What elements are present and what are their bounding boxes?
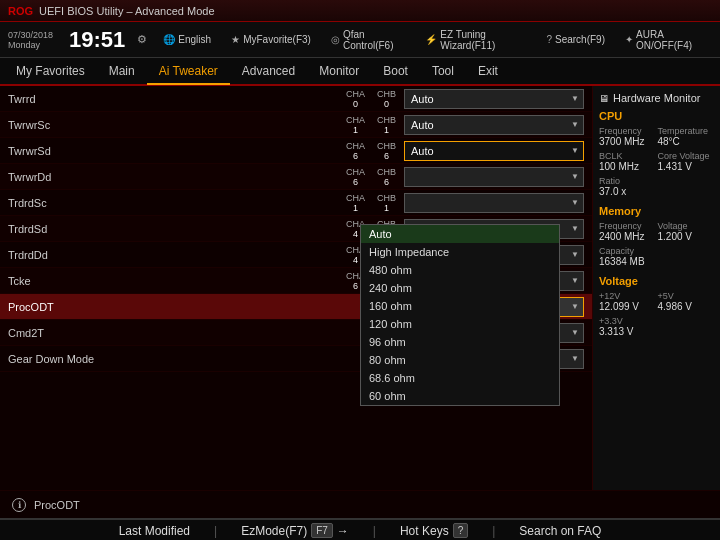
language-button[interactable]: 🌐 English	[159, 32, 215, 47]
setting-name-tcke: Tcke	[8, 275, 346, 287]
my-favorites-button[interactable]: ★ MyFavorite(F3)	[227, 32, 315, 47]
dropdown-trdrdsc[interactable]	[404, 193, 584, 213]
setting-name-twrwrsc: TwrwrSc	[8, 119, 346, 131]
cha-twrrd: CHA 0	[346, 89, 365, 109]
setting-row-twrwrdd: TwrwrDd CHA 6 CHB 6	[0, 164, 592, 190]
cpu-temperature: Temperature 48°C	[658, 126, 715, 147]
footer-hot-keys[interactable]: Hot Keys ?	[400, 523, 468, 538]
date: 07/30/2018	[8, 30, 53, 40]
cpu-ratio: Ratio 37.0 x	[599, 176, 714, 197]
setting-row-twrwrsc: TwrwrSc CHA 1 CHB 1 Auto	[0, 112, 592, 138]
wizard-icon: ⚡	[425, 34, 437, 45]
arrow-icon: →	[337, 524, 349, 538]
tab-my-favorites[interactable]: My Favorites	[4, 59, 97, 85]
cha-chb-twrrd: CHA 0 CHB 0	[346, 89, 396, 109]
memory-section: Memory Frequency 2400 MHz Voltage 1.200 …	[599, 205, 714, 267]
memory-voltage: Voltage 1.200 V	[658, 221, 715, 242]
cpu-frequency: Frequency 3700 MHz	[599, 126, 656, 147]
cpu-section: CPU Frequency 3700 MHz Temperature 48°C …	[599, 110, 714, 197]
dropdown-option-120ohm[interactable]: 120 ohm	[361, 315, 559, 333]
dropdown-option-68ohm[interactable]: 68.6 ohm	[361, 369, 559, 387]
cpu-bclk-voltage: BCLK 100 MHz Core Voltage 1.431 V	[599, 151, 714, 172]
memory-frequency: Frequency 2400 MHz	[599, 221, 656, 242]
ez-mode-key: F7	[311, 523, 333, 538]
info-icon: ℹ	[12, 498, 26, 512]
chb-twrrd: CHB 0	[377, 89, 396, 109]
dropdown-twrwrdd[interactable]	[404, 167, 584, 187]
dropdown-option-high-impedance[interactable]: High Impedance	[361, 243, 559, 261]
footer-last-modified: Last Modified	[119, 524, 190, 538]
tab-exit[interactable]: Exit	[466, 59, 510, 85]
dropdown-twrwrsd[interactable]: Auto	[404, 141, 584, 161]
tab-tool[interactable]: Tool	[420, 59, 466, 85]
setting-name-cmd2t: Cmd2T	[8, 327, 394, 339]
search-icon: ?	[546, 34, 552, 45]
voltage-section: Voltage +12V 12.099 V +5V 4.986 V +3.3V …	[599, 275, 714, 337]
voltage-33v: +3.3V 3.313 V	[599, 316, 714, 337]
dropdown-option-240ohm[interactable]: 240 ohm	[361, 279, 559, 297]
hw-monitor-panel: 🖥 Hardware Monitor CPU Frequency 3700 MH…	[592, 86, 720, 490]
cpu-section-title: CPU	[599, 110, 714, 122]
voltage-12v: +12V 12.099 V	[599, 291, 656, 312]
setting-row-twrrd: Twrrd CHA 0 CHB 0 Auto	[0, 86, 592, 112]
dropdown-option-auto[interactable]: Auto	[361, 225, 559, 243]
dropdown-option-160ohm[interactable]: 160 ohm	[361, 297, 559, 315]
dropdown-option-96ohm[interactable]: 96 ohm	[361, 333, 559, 351]
memory-capacity: Capacity 16384 MB	[599, 246, 714, 267]
tab-main[interactable]: Main	[97, 59, 147, 85]
footer-wrapper: Last Modified | EzMode(F7) F7 → | Hot Ke…	[0, 518, 720, 540]
cpu-core-voltage: Core Voltage 1.431 V	[658, 151, 715, 172]
nav-bar: My Favorites Main Ai Tweaker Advanced Mo…	[0, 58, 720, 86]
tab-monitor[interactable]: Monitor	[307, 59, 371, 85]
rog-logo: ROG	[8, 5, 33, 17]
dropdown-twrwrsc[interactable]: Auto	[404, 115, 584, 135]
tab-advanced[interactable]: Advanced	[230, 59, 307, 85]
aura-label: AURA ON/OFF(F4)	[636, 29, 708, 51]
memory-section-title: Memory	[599, 205, 714, 217]
setting-name-trdrdsd: TrdrdSd	[8, 223, 346, 235]
setting-name-twrrd: Twrrd	[8, 93, 346, 105]
monitor-icon: 🖥	[599, 93, 609, 104]
desc-bar: ℹ ProcODT	[0, 490, 720, 518]
gear-icon[interactable]: ⚙	[137, 33, 147, 46]
title-bar: ROG UEFI BIOS Utility – Advanced Mode	[0, 0, 720, 22]
setting-name-procodt: ProcODT	[8, 301, 394, 313]
setting-name-gear-down: Gear Down Mode	[8, 353, 394, 365]
search-label: Search(F9)	[555, 34, 605, 45]
tab-ai-tweaker[interactable]: Ai Tweaker	[147, 59, 230, 85]
qfan-button[interactable]: ◎ Qfan Control(F6)	[327, 27, 409, 53]
search-button[interactable]: ? Search(F9)	[542, 32, 609, 47]
dropdown-option-60ohm[interactable]: 60 ohm	[361, 387, 559, 405]
hot-keys-key: ?	[453, 523, 469, 538]
tab-boot[interactable]: Boot	[371, 59, 420, 85]
time-display: 19:51	[69, 29, 125, 51]
datetime: 07/30/2018 Monday	[8, 30, 53, 50]
setting-name-twrwrsd: TwrwrSd	[8, 145, 346, 157]
dropdown-option-480ohm[interactable]: 480 ohm	[361, 261, 559, 279]
setting-name-trdrddd: TrdrdDd	[8, 249, 346, 261]
info-bar: 07/30/2018 Monday 19:51 ⚙ 🌐 English ★ My…	[0, 22, 720, 58]
aura-icon: ✦	[625, 34, 633, 45]
cpu-bclk: BCLK 100 MHz	[599, 151, 656, 172]
ez-tuning-button[interactable]: ⚡ EZ Tuning Wizard(F11)	[421, 27, 530, 53]
memory-freq-volt: Frequency 2400 MHz Voltage 1.200 V	[599, 221, 714, 242]
content-area: Twrrd CHA 0 CHB 0 Auto TwrwrSc	[0, 86, 592, 490]
voltage-5v: +5V 4.986 V	[658, 291, 715, 312]
dropdown-twrrd[interactable]: Auto	[404, 89, 584, 109]
desc-text: ProcODT	[34, 499, 80, 511]
ez-tuning-label: EZ Tuning Wizard(F11)	[440, 29, 526, 51]
qfan-label: Qfan Control(F6)	[343, 29, 405, 51]
footer-ez-mode[interactable]: EzMode(F7) F7 →	[241, 523, 349, 538]
dropdown-option-80ohm[interactable]: 80 ohm	[361, 351, 559, 369]
cha-chb-twrwrsc: CHA 1 CHB 1	[346, 115, 396, 135]
footer-search-faq[interactable]: Search on FAQ	[519, 524, 601, 538]
aura-button[interactable]: ✦ AURA ON/OFF(F4)	[621, 27, 712, 53]
my-favorites-label: MyFavorite(F3)	[243, 34, 311, 45]
day: Monday	[8, 40, 53, 50]
setting-name-trdrdsc: TrdrdSc	[8, 197, 346, 209]
main-layout: Twrrd CHA 0 CHB 0 Auto TwrwrSc	[0, 86, 720, 490]
voltage-section-title: Voltage	[599, 275, 714, 287]
voltage-12-5: +12V 12.099 V +5V 4.986 V	[599, 291, 714, 312]
globe-icon: 🌐	[163, 34, 175, 45]
language-label: English	[178, 34, 211, 45]
